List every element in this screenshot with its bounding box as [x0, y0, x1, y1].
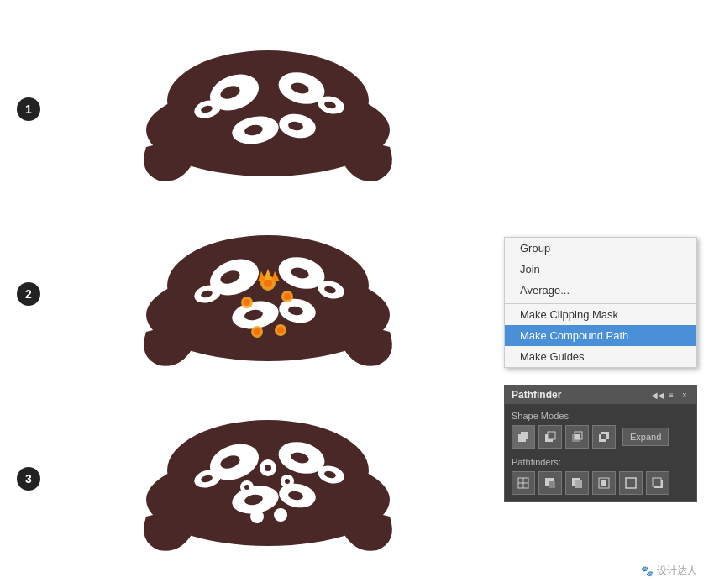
svg-rect-72 — [601, 434, 606, 439]
minus-front-btn[interactable] — [538, 425, 562, 449]
pathfinder-body: Shape Modes: Expand — [505, 404, 696, 501]
illustrations-area: 1 — [17, 17, 504, 571]
menu-item-average[interactable]: Average... — [505, 280, 696, 301]
intersect-btn[interactable] — [565, 425, 589, 449]
menu-item-join[interactable]: Join — [505, 259, 696, 280]
step-2-number: 2 — [17, 282, 40, 306]
svg-rect-79 — [575, 480, 582, 488]
watermark-text: 设计达人 — [657, 564, 697, 578]
menu-icon[interactable]: ≡ — [666, 390, 676, 400]
svg-point-58 — [250, 510, 264, 523]
step-1-row: 1 — [17, 34, 487, 185]
svg-point-37 — [277, 327, 284, 333]
svg-rect-84 — [653, 478, 661, 486]
svg-point-61 — [244, 485, 249, 490]
watermark-icon: 🐾 — [641, 565, 654, 577]
shape-modes-label: Shape Modes: — [512, 411, 690, 421]
divide-btn[interactable] — [512, 471, 535, 495]
svg-point-33 — [284, 293, 291, 300]
menu-item-guides[interactable]: Make Guides — [505, 346, 696, 367]
outline-btn[interactable] — [619, 471, 643, 495]
svg-rect-66 — [548, 432, 555, 439]
pathfinders-label: Pathfinders: — [512, 457, 690, 467]
svg-point-35 — [254, 328, 260, 335]
svg-rect-64 — [521, 432, 528, 439]
watermark: 🐾 设计达人 — [641, 564, 697, 578]
step-1-number: 1 — [17, 97, 40, 121]
step-3-number: 3 — [17, 467, 40, 491]
svg-rect-69 — [575, 434, 580, 439]
step-2-row: 2 — [17, 218, 487, 370]
svg-point-60 — [265, 465, 271, 471]
pathfinder-panel: Pathfinder ◀◀ ≡ × Shape Modes: — [504, 385, 697, 502]
menu-item-clipping-mask[interactable]: Make Clipping Mask — [505, 303, 696, 325]
trim-btn[interactable] — [538, 471, 562, 495]
svg-point-31 — [244, 299, 250, 306]
menu-item-compound-path[interactable]: Make Compound Path — [505, 325, 696, 346]
expand-button[interactable]: Expand — [622, 428, 669, 446]
svg-point-59 — [274, 508, 287, 522]
pathfinder-header: Pathfinder ◀◀ ≡ × — [505, 386, 696, 404]
step-3-illustration — [49, 403, 487, 554]
crop-btn[interactable] — [592, 471, 616, 495]
close-icon[interactable]: × — [680, 390, 690, 400]
pizza-svg-1 — [134, 34, 402, 185]
pizza-svg-3 — [134, 403, 402, 554]
context-menu: Group Join Average... Make Clipping Mask… — [504, 237, 697, 368]
exclude-btn[interactable] — [592, 425, 616, 449]
svg-rect-81 — [601, 480, 606, 486]
main-area: 1 — [0, 0, 714, 588]
svg-point-62 — [285, 479, 290, 484]
svg-rect-82 — [626, 478, 636, 488]
pathfinders-row — [512, 471, 690, 495]
step-3-row: 3 — [17, 403, 487, 554]
svg-rect-77 — [549, 481, 555, 488]
unite-mode-btn[interactable] — [512, 425, 535, 449]
merge-btn[interactable] — [565, 471, 589, 495]
pizza-svg-2 — [134, 218, 402, 370]
right-panels: Group Join Average... Make Clipping Mask… — [504, 17, 697, 571]
menu-item-group[interactable]: Group — [505, 238, 696, 259]
step-1-illustration — [49, 34, 487, 185]
minus-back-btn[interactable] — [646, 471, 669, 495]
panel-controls: ◀◀ ≡ × — [653, 390, 690, 400]
step-2-illustration — [49, 218, 487, 370]
pathfinder-title: Pathfinder — [512, 389, 561, 401]
shape-modes-row: Expand — [512, 425, 690, 449]
collapse-icon[interactable]: ◀◀ — [653, 390, 663, 400]
